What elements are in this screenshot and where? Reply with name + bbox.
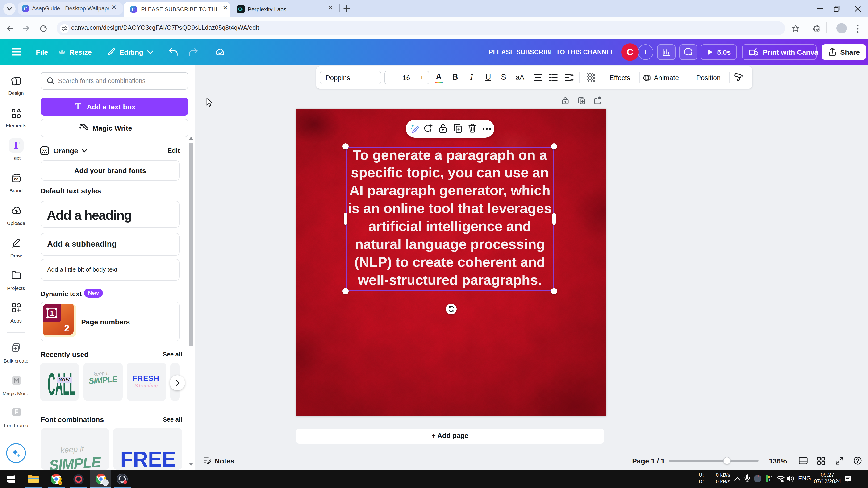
svg-text:1: 1: [50, 309, 54, 317]
svg-text:co: co: [14, 177, 19, 181]
svg-text:co: co: [42, 148, 47, 151]
